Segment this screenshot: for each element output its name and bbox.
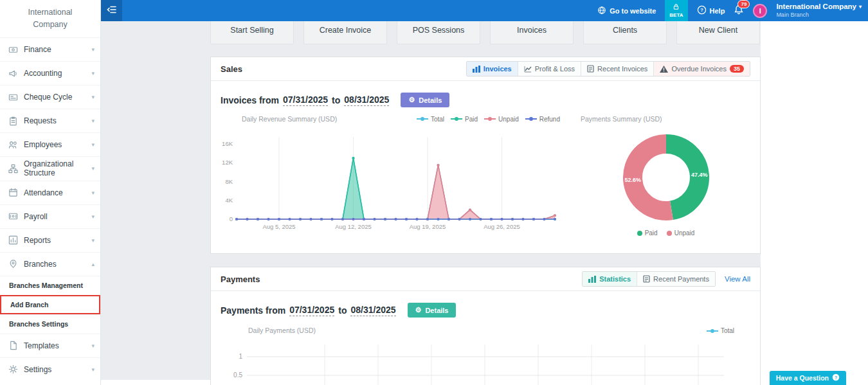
overdue-count-badge: 35 — [730, 65, 744, 73]
quick-action-pos-sessions[interactable]: POS Sessions — [397, 21, 480, 44]
quick-action-clients[interactable]: Clients — [583, 21, 667, 44]
help-label: Help — [710, 7, 725, 15]
legend-item-total[interactable]: Total — [707, 327, 734, 334]
company-logo[interactable]: International Company — [0, 0, 100, 37]
sidebar-collapse-button[interactable] — [101, 0, 122, 21]
payments-details-button[interactable]: ⚙ Details — [408, 303, 457, 318]
payments-to-date[interactable]: 08/31/2025 — [350, 305, 395, 316]
quick-action-invoices[interactable]: Invoices — [490, 21, 574, 44]
stats-bar-icon — [588, 276, 596, 283]
gear-icon: ⚙ — [408, 96, 415, 104]
revenue-chart-title: Daily Revenue Summary (USD) — [242, 115, 337, 123]
bar-chart-icon — [473, 66, 480, 73]
payments-from-date[interactable]: 07/31/2025 — [289, 305, 334, 316]
payments-summary-donut[interactable]: 47.4%52.6% — [611, 129, 721, 228]
svg-text:?: ? — [700, 7, 703, 13]
quick-action-start-selling[interactable]: Start Selling — [210, 21, 294, 44]
svg-text:16K: 16K — [222, 140, 233, 147]
main-content: Start SellingCreate InvoicePOS SessionsI… — [101, 21, 868, 385]
payments-details-label: Details — [425, 307, 448, 314]
legend-item-total[interactable]: Total — [417, 116, 444, 123]
sidebar-item-settings[interactable]: Settings▾ — [0, 357, 100, 381]
svg-text:52.6%: 52.6% — [624, 177, 641, 183]
sidebar-item-requests[interactable]: Requests▾ — [0, 109, 100, 132]
sidebar-item-finance[interactable]: Finance▾ — [0, 37, 100, 61]
legend-item-unpaid[interactable]: Unpaid — [484, 116, 519, 123]
payments-chart-legend: Total — [707, 327, 734, 334]
company-menu[interactable]: International Company ▾ Main Branch — [776, 3, 862, 19]
warning-icon — [660, 66, 668, 73]
sidebar-item-templates[interactable]: Templates▾ — [0, 334, 100, 357]
tab-invoices[interactable]: Invoices — [467, 62, 518, 76]
tab-recent-payments[interactable]: Recent Payments — [637, 272, 715, 286]
svg-text:47.4%: 47.4% — [691, 172, 708, 178]
topbar: Go to website BETA ? Help 79 I Internati… — [101, 0, 868, 21]
have-a-question-button[interactable]: Have a Question ? — [770, 371, 846, 385]
question-circle-icon: ? — [832, 373, 840, 382]
company-name-label: International Company — [776, 3, 856, 12]
tab-profit-loss[interactable]: Profit & Loss — [518, 62, 581, 76]
finance-icon — [8, 45, 18, 55]
go-to-website-label: Go to website — [610, 7, 656, 15]
legend-item-refund[interactable]: Refund — [525, 116, 560, 123]
sidebar-subitem-branches-management[interactable]: Branches Management — [0, 276, 100, 295]
help-icon: ? — [697, 5, 707, 16]
payments-tab-group: StatisticsRecent Payments — [582, 271, 716, 287]
sidebar-item-accounting[interactable]: Accounting▾ — [0, 61, 100, 85]
payments-panel-title: Payments — [221, 274, 260, 284]
quick-actions: Start SellingCreate InvoicePOS SessionsI… — [210, 21, 761, 44]
sidebar-item-reports[interactable]: Reports▾ — [0, 228, 100, 252]
go-to-website-link[interactable]: Go to website — [597, 6, 656, 16]
quick-action-create-invoice[interactable]: Create Invoice — [303, 21, 387, 44]
svg-text:12K: 12K — [222, 159, 233, 166]
tab-statistics[interactable]: Statistics — [583, 272, 637, 286]
payments-range-row: Payments from 07/31/2025 to 08/31/2025 ⚙… — [211, 291, 760, 320]
svg-text:1: 1 — [239, 353, 242, 360]
help-button[interactable]: ? Help — [697, 5, 725, 16]
legend-item-unpaid[interactable]: Unpaid — [667, 229, 695, 237]
revenue-chart-legend: TotalPaidUnpaidRefund — [417, 116, 560, 123]
daily-payments-chart[interactable]: 0.51 — [211, 336, 760, 385]
chevron-up-icon: ▴ — [91, 261, 95, 267]
sales-panel-title: Sales — [221, 64, 242, 74]
payments-panel: Payments StatisticsRecent Payments View … — [210, 267, 761, 385]
svg-text:Aug 12, 2025: Aug 12, 2025 — [335, 223, 372, 230]
legend-item-paid[interactable]: Paid — [637, 229, 658, 237]
org-structure-icon — [8, 164, 18, 174]
chevron-down-icon: ▾ — [91, 46, 95, 53]
sidebar-item-payroll[interactable]: Payroll▾ — [0, 204, 100, 228]
sales-to-date[interactable]: 08/31/2025 — [344, 94, 389, 106]
quick-action-new-client[interactable]: New Client — [676, 21, 760, 44]
svg-text:4K: 4K — [225, 197, 233, 204]
avatar[interactable]: I — [753, 4, 767, 18]
sidebar-item-organizational-structure[interactable]: Organizational Structure▾ — [0, 156, 100, 181]
payments-summary-block: Payments Summary (USD) 47.4%52.6% PaidUn… — [574, 110, 754, 237]
tab-recent-invoices[interactable]: Recent Invoices — [581, 62, 653, 76]
globe-icon — [597, 6, 606, 16]
sales-tab-group: InvoicesProfit & LossRecent InvoicesOver… — [466, 61, 750, 76]
sidebar-item-employees[interactable]: Employees▾ — [0, 132, 100, 156]
sales-from-date[interactable]: 07/31/2025 — [283, 94, 328, 106]
sidebar: International Company Finance▾Accounting… — [0, 0, 101, 385]
tab-overdue-invoices[interactable]: Overdue Invoices35 — [653, 62, 750, 76]
view-all-link[interactable]: View All — [725, 275, 750, 283]
daily-revenue-chart[interactable]: Aug 5, 2025Aug 12, 2025Aug 19, 2025Aug 2… — [211, 124, 574, 235]
requests-icon — [8, 116, 18, 126]
sales-details-button[interactable]: ⚙ Details — [401, 93, 449, 107]
sidebar-item-cheque-cycle[interactable]: Cheque Cycle▾ — [0, 85, 100, 109]
legend-item-paid[interactable]: Paid — [451, 116, 478, 123]
chevron-down-icon: ▾ — [91, 190, 95, 196]
sidebar-item-attendance[interactable]: Attendance▾ — [0, 181, 100, 204]
sidebar-subitem-add-branch[interactable]: Add Branch — [0, 295, 100, 314]
chevron-down-icon: ▾ — [91, 141, 95, 148]
notifications-button[interactable]: 79 — [734, 4, 744, 17]
svg-text:Aug 26, 2025: Aug 26, 2025 — [484, 223, 520, 230]
collapse-sidebar-icon — [107, 4, 117, 17]
payments-range-prefix: Payments from — [221, 305, 285, 316]
beta-badge[interactable]: BETA — [665, 0, 687, 21]
daily-payments-chart-block: Daily Payments (USD) Total 0.51 — [211, 320, 760, 385]
sales-range-row: Invoices from 07/31/2025 to 08/31/2025 ⚙… — [211, 81, 760, 110]
sidebar-subitem-branches-settings[interactable]: Branches Settings — [0, 314, 100, 334]
sidebar-item-branches[interactable]: Branches▴ — [0, 252, 100, 276]
daily-revenue-chart-block: Daily Revenue Summary (USD) TotalPaidUnp… — [211, 110, 574, 237]
